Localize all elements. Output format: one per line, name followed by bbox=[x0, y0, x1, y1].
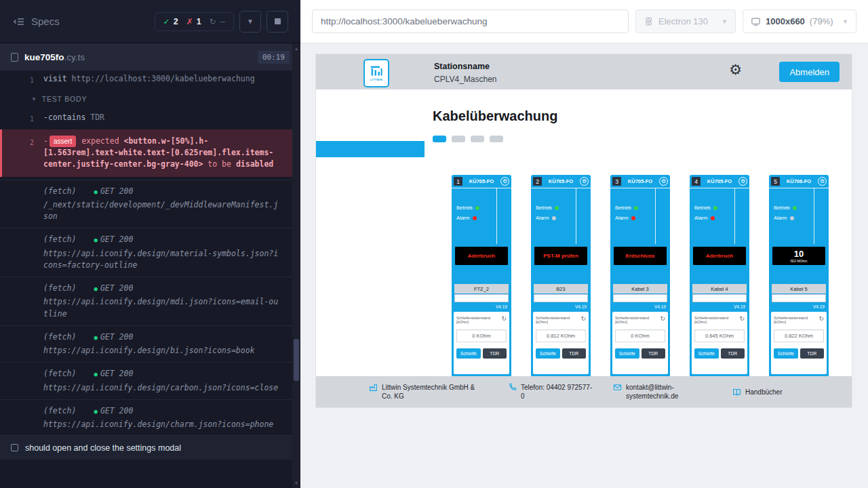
refresh-icon[interactable]: ↻ bbox=[818, 316, 824, 322]
aut-url-input[interactable] bbox=[312, 9, 629, 33]
viewport-select[interactable]: 1000x660 (79%) ▼ bbox=[743, 9, 856, 33]
firmware-version: V4.19 bbox=[452, 302, 511, 309]
command-assert-failed[interactable]: 2 -assertexpected <button.w-[50%].h-[1.5… bbox=[0, 129, 292, 177]
card-divider bbox=[655, 188, 656, 244]
device-settings-icon[interactable]: ⚙ bbox=[659, 177, 668, 186]
spec-file-icon bbox=[11, 53, 18, 62]
collapse-reporter-button[interactable]: ▼ bbox=[239, 11, 261, 33]
browser-select[interactable]: Electron 130 ▼ bbox=[635, 9, 736, 33]
device-number: 4 bbox=[692, 177, 701, 186]
sidebar-nav-item[interactable] bbox=[316, 141, 425, 157]
sidebar-nav-item[interactable] bbox=[316, 174, 425, 190]
network-log-row[interactable]: (fetch)●GET 200 https://api.iconify.desi… bbox=[0, 399, 292, 435]
cable-input[interactable] bbox=[692, 294, 747, 302]
chevron-down-icon: ▼ bbox=[722, 18, 728, 25]
alarm-led bbox=[552, 216, 556, 220]
chevron-down-icon: ▼ bbox=[247, 18, 254, 25]
schleife-button[interactable]: Schleife bbox=[456, 348, 481, 359]
tdr-button[interactable]: TDR bbox=[800, 348, 825, 359]
tdr-button[interactable]: TDR bbox=[483, 348, 507, 359]
measurement-value: 0.812 KOhm bbox=[536, 329, 586, 342]
firmware-version: V4.19 bbox=[610, 302, 670, 309]
schleife-button[interactable]: Schleife bbox=[774, 348, 798, 359]
scroll-down-arrow[interactable]: ▼ bbox=[292, 481, 300, 485]
alarm-led bbox=[790, 216, 794, 220]
footer-text: Littwin Systemtechnik GmbH & Co. KG bbox=[382, 383, 484, 401]
alarm-label: Alarm bbox=[456, 215, 470, 221]
status-sub-label: ISO MOhm bbox=[790, 259, 807, 263]
tdr-button[interactable]: TDR bbox=[721, 348, 745, 359]
scroll-up-arrow[interactable]: ▲ bbox=[292, 46, 300, 51]
schleife-button[interactable]: Schleife bbox=[615, 348, 639, 359]
refresh-icon[interactable]: ↻ bbox=[501, 316, 507, 322]
network-log-row[interactable]: (fetch)●GET 200 https://api.iconify.desi… bbox=[0, 277, 292, 325]
cable-input[interactable] bbox=[454, 294, 509, 302]
station-info: Stationsname CPLV4_Maschen bbox=[434, 60, 497, 86]
stop-tests-button[interactable] bbox=[267, 11, 288, 33]
rack-tab[interactable] bbox=[452, 136, 465, 142]
firmware-version: V4.19 bbox=[531, 302, 591, 309]
success-dot-icon: ● bbox=[94, 334, 97, 341]
command-contains[interactable]: 1 -contains TDR bbox=[0, 109, 292, 127]
card-divider bbox=[496, 188, 497, 244]
command-visit[interactable]: 1 visit http://localhost:3000/kabelueber… bbox=[0, 70, 292, 88]
footer-contact-item[interactable]: Littwin Systemtechnik GmbH & Co. KG bbox=[369, 383, 484, 401]
specs-toggle[interactable]: Specs bbox=[14, 16, 60, 27]
refresh-icon: ↻ bbox=[210, 17, 216, 26]
device-number: 5 bbox=[771, 177, 780, 186]
sidebar-nav-item[interactable] bbox=[316, 157, 425, 174]
tdr-button[interactable]: TDR bbox=[562, 348, 587, 359]
status-display: PST-M prüfen bbox=[534, 247, 587, 265]
device-settings-icon[interactable]: ⚙ bbox=[580, 177, 589, 186]
cable-name: Kabel 4 bbox=[692, 284, 747, 293]
station-label: Stationsname bbox=[434, 60, 497, 73]
rack-tab[interactable] bbox=[433, 136, 446, 142]
betrieb-label: Betrieb bbox=[536, 205, 552, 211]
footer-contact-item[interactable]: Handbücher bbox=[732, 388, 782, 396]
sidebar-nav-item[interactable] bbox=[316, 125, 425, 141]
cable-input[interactable] bbox=[534, 294, 588, 302]
chevron-down-icon: ▼ bbox=[31, 96, 37, 104]
rack-tab[interactable] bbox=[490, 136, 503, 142]
device-settings-icon[interactable]: ⚙ bbox=[818, 177, 827, 186]
tdr-button[interactable]: TDR bbox=[642, 348, 666, 359]
reporter-scrollbar[interactable]: ▲ ▼ bbox=[292, 43, 300, 488]
settings-gear-icon[interactable]: ⚙ bbox=[729, 62, 742, 77]
success-dot-icon: ● bbox=[94, 237, 97, 243]
footer-text: Telefon: 04402 972577-0 bbox=[521, 383, 595, 401]
rack-tab[interactable] bbox=[471, 136, 484, 142]
spec-name: kue705fo.cy.ts bbox=[24, 52, 85, 62]
spec-header-row[interactable]: kue705fo.cy.ts 00:19 bbox=[0, 43, 300, 70]
network-log-row[interactable]: (fetch)●GET 200 https://api.iconify.desi… bbox=[0, 362, 292, 399]
betrieb-label: Betrieb bbox=[615, 205, 631, 211]
status-display: Erdschluss bbox=[614, 247, 667, 265]
footer-contact-item[interactable]: Telefon: 04402 972577-0 bbox=[508, 383, 595, 401]
refresh-icon[interactable]: ↻ bbox=[660, 316, 665, 322]
footer-contact-item[interactable]: kontakt@littwin-systemtechnik.de bbox=[613, 383, 690, 401]
scrollbar-thumb[interactable] bbox=[294, 339, 299, 381]
aut-toolbar: Electron 130 ▼ 1000x660 (79%) ▼ bbox=[300, 0, 868, 43]
status-text: Aderbruch bbox=[706, 253, 733, 259]
measurement-label: Schleifenwiderstand [kOhm] bbox=[694, 316, 739, 324]
status-text: PST-M prüfen bbox=[543, 253, 578, 259]
network-log-row[interactable]: (fetch)●GET 200 https://api.iconify.desi… bbox=[0, 228, 292, 277]
refresh-icon[interactable]: ↻ bbox=[580, 316, 586, 322]
next-test-row[interactable]: should open and close the settings modal bbox=[0, 435, 292, 460]
cable-input[interactable] bbox=[613, 294, 667, 302]
test-body-section-toggle[interactable]: ▼ TEST BODY bbox=[0, 88, 292, 109]
factory-icon bbox=[369, 383, 378, 392]
schleife-button[interactable]: Schleife bbox=[694, 348, 719, 359]
device-settings-icon[interactable]: ⚙ bbox=[500, 177, 509, 186]
network-log-row[interactable]: (fetch)●GET 200 /_next/static/developmen… bbox=[0, 180, 292, 228]
crane-icon bbox=[370, 65, 383, 77]
network-log-row[interactable]: (fetch)●GET 200 https://api.iconify.desi… bbox=[0, 325, 292, 363]
schleife-button[interactable]: Schleife bbox=[536, 348, 560, 359]
device-settings-icon[interactable]: ⚙ bbox=[738, 177, 747, 186]
footer-text: kontakt@littwin-systemtechnik.de bbox=[626, 383, 690, 401]
cable-input[interactable] bbox=[772, 294, 826, 302]
kabel-app: LITTWIN Stationsname CPLV4_Maschen ⚙ Abm… bbox=[316, 54, 852, 407]
device-model: KÜ705-FO bbox=[623, 178, 658, 184]
logout-button[interactable]: Abmelden bbox=[779, 62, 840, 82]
refresh-icon[interactable]: ↻ bbox=[739, 316, 745, 322]
chevron-down-icon: ▼ bbox=[842, 18, 848, 25]
